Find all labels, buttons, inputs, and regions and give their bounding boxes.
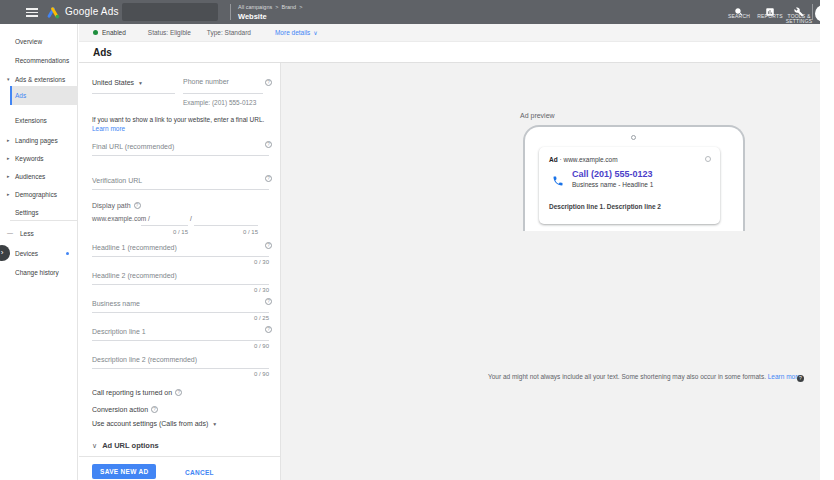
- help-icon: ?: [797, 375, 804, 382]
- website-note: If you want to show a link to your websi…: [92, 115, 267, 133]
- headline1-underline: [92, 256, 269, 257]
- save-new-ad-button[interactable]: SAVE NEW AD: [92, 464, 156, 479]
- char-counter: 0 / 30: [239, 287, 269, 293]
- sidebar-item-audiences[interactable]: ▸Audiences: [0, 169, 78, 183]
- business-name-field[interactable]: Business name: [92, 300, 140, 307]
- description1-field[interactable]: Description line 1: [92, 328, 146, 335]
- more-details-link[interactable]: More details∨: [275, 29, 318, 36]
- caret-right-icon: ▸: [7, 191, 10, 197]
- char-counter: 0 / 90: [239, 343, 269, 349]
- char-counter: 0 / 15: [194, 229, 258, 235]
- help-icon[interactable]: ?: [265, 175, 272, 182]
- help-icon[interactable]: ?: [265, 242, 272, 249]
- phone-camera-dot: [631, 135, 636, 140]
- breadcrumb-current-page: Website: [238, 12, 305, 21]
- description2-field[interactable]: Description line 2 (recommended): [92, 356, 197, 363]
- country-underline: [92, 93, 175, 94]
- conversion-action-select[interactable]: Use account settings (Calls from ads)▼: [92, 420, 217, 427]
- breadcrumb-all-campaigns[interactable]: All campaigns: [238, 4, 272, 10]
- help-icon[interactable]: ?: [175, 389, 182, 396]
- phone-mockup: Ad · www.example.com Call (201) 555-0123…: [523, 125, 745, 231]
- verification-url-field[interactable]: Verification URL: [92, 177, 142, 184]
- ad-status-bar: Enabled Status: Eligible Type: Standard …: [79, 24, 820, 42]
- enabled-label: Enabled: [102, 29, 126, 36]
- caret-right-icon: ▸: [7, 155, 10, 161]
- search-button[interactable]: SEARCH: [722, 3, 756, 19]
- description2-underline: [92, 368, 269, 369]
- ad-edit-form: United States▼ ? Example: (201) 555-0123…: [79, 63, 280, 480]
- char-counter: 0 / 30: [239, 259, 269, 265]
- help-icon[interactable]: ?: [265, 326, 272, 333]
- profile-avatar[interactable]: [815, 5, 832, 22]
- google-ads-logo-icon: [46, 5, 60, 23]
- account-search-box[interactable]: [122, 3, 218, 21]
- help-icon[interactable]: ?: [151, 406, 158, 413]
- enabled-status-dot: [93, 30, 98, 35]
- business-name-underline: [92, 312, 269, 313]
- type-value: Type: Standard: [207, 29, 251, 36]
- left-navigation: Overview Recommendations ▾Ads & extensio…: [0, 24, 78, 480]
- middot: ·: [559, 156, 561, 163]
- ad-preview-label: Ad preview: [520, 112, 555, 119]
- headline2-field[interactable]: Headline 2 (recommended): [92, 272, 177, 279]
- display-path-base: www.example.com /: [92, 215, 150, 222]
- help-icon[interactable]: ?: [265, 79, 272, 86]
- headline1-field[interactable]: Headline 1 (recommended): [92, 244, 177, 251]
- status-value: Status: Eligible: [148, 29, 191, 36]
- path1-input[interactable]: [141, 225, 188, 226]
- help-icon[interactable]: ?: [265, 298, 272, 305]
- path2-input[interactable]: [194, 225, 258, 226]
- notification-dot: [66, 252, 69, 255]
- sidebar-item-ads-extensions[interactable]: ▾Ads & extensions: [0, 72, 78, 86]
- breadcrumb-campaign[interactable]: Brand: [281, 4, 296, 10]
- tools-settings-button[interactable]: TOOLS &SETTINGS: [784, 3, 814, 24]
- call-reporting-label: Call reporting is turned on?: [92, 389, 182, 396]
- sidebar-item-devices[interactable]: Devices: [0, 246, 78, 260]
- caret-right-icon: ▸: [7, 137, 10, 143]
- ad-url-options-toggle[interactable]: ∨Ad URL options: [92, 441, 159, 450]
- sidebar-item-landing-pages[interactable]: ▸Landing pages: [0, 133, 78, 147]
- sidebar-item-extensions[interactable]: Extensions: [0, 113, 78, 127]
- page-title: Ads: [79, 42, 820, 63]
- form-footer-divider: [79, 456, 280, 457]
- chevron-right-icon: ›: [1, 248, 4, 257]
- help-icon[interactable]: ?: [265, 141, 272, 148]
- phone-underline: [183, 93, 263, 94]
- learn-more-link[interactable]: Learn more: [768, 373, 801, 380]
- sidebar-item-overview[interactable]: Overview: [0, 34, 78, 48]
- sidebar-item-keywords[interactable]: ▸Keywords: [0, 151, 78, 165]
- chevron-down-icon: ∨: [313, 30, 317, 36]
- help-icon[interactable]: ?: [134, 202, 141, 209]
- phone-number-input[interactable]: [183, 78, 261, 85]
- ad-description-line: Description line 1. Description line 2: [549, 203, 661, 210]
- topbar-divider: [230, 4, 231, 20]
- breadcrumb-separator: >: [275, 4, 278, 10]
- sidebar-item-ads[interactable]: Ads: [10, 86, 78, 105]
- char-counter: 0 / 90: [239, 371, 269, 377]
- ad-preview-card: Ad · www.example.com Call (201) 555-0123…: [539, 147, 720, 224]
- caret-down-icon: ▾: [7, 76, 10, 82]
- sidebar-item-settings[interactable]: Settings: [0, 205, 78, 219]
- description1-underline: [92, 340, 269, 341]
- sidebar-item-less[interactable]: —Less: [0, 226, 78, 240]
- cancel-button[interactable]: CANCEL: [185, 469, 214, 476]
- select-arrow-icon: ▼: [212, 421, 217, 427]
- reports-button[interactable]: REPORTS: [753, 3, 787, 19]
- chevron-down-icon: ∨: [92, 442, 97, 449]
- sidebar-item-recommendations[interactable]: Recommendations: [0, 53, 78, 67]
- final-url-field[interactable]: Final URL (recommended): [92, 143, 174, 150]
- ad-url-line: Ad · www.example.com: [549, 156, 618, 163]
- page-title-row: Ads: [79, 42, 820, 63]
- breadcrumb: All campaigns>Brand> Website: [238, 3, 305, 21]
- sidebar-divider: [10, 220, 78, 221]
- sidebar-item-demographics[interactable]: ▸Demographics: [0, 187, 78, 201]
- call-row: Call (201) 555-0123 Business name - Head…: [552, 169, 653, 188]
- business-headline-line: Business name - Headline 1: [572, 181, 653, 188]
- phone-example: Example: (201) 555-0123: [183, 99, 256, 106]
- menu-icon[interactable]: [26, 8, 38, 17]
- path-separator: /: [190, 215, 192, 222]
- sidebar-item-change-history[interactable]: Change history: [0, 265, 78, 279]
- country-select[interactable]: United States▼: [92, 79, 143, 86]
- learn-more-link[interactable]: Learn more: [92, 125, 125, 132]
- caret-right-icon: ▸: [7, 173, 10, 179]
